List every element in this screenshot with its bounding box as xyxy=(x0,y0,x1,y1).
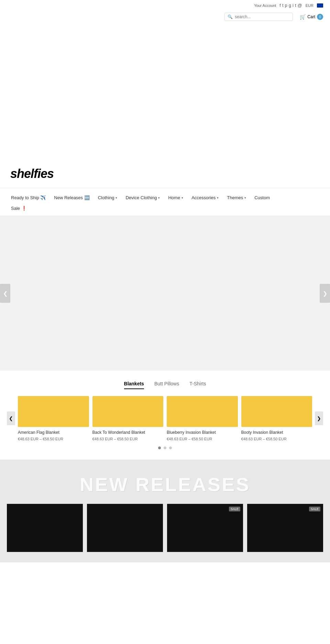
instagram-icon[interactable]: i xyxy=(293,3,294,8)
social-icons: f t p g i t @ xyxy=(279,3,302,8)
dot-1[interactable] xyxy=(164,447,166,449)
nav-label-home: Home xyxy=(168,195,180,200)
dots-row xyxy=(7,447,323,449)
nav-item-home[interactable]: Home ▾ xyxy=(164,192,187,203)
nav-label-themes: Themes xyxy=(227,195,243,200)
dot-2[interactable] xyxy=(169,447,172,449)
chevron-home-icon: ▾ xyxy=(182,196,183,200)
product-thumb-2 xyxy=(167,396,238,427)
nr-card-2[interactable]: SALE xyxy=(167,504,243,552)
nav-item-custom[interactable]: Custom xyxy=(250,192,274,203)
chevron-accessories-icon: ▾ xyxy=(217,196,219,200)
product-row: ❮ American Flag Blanket €48.63 EUR – €58… xyxy=(7,396,323,441)
product-prev-button[interactable]: ❮ xyxy=(7,411,15,425)
product-card-3[interactable]: Booty Invasion Blanket €48.63 EUR – €58.… xyxy=(241,396,312,441)
product-thumb-0 xyxy=(18,396,89,427)
product-next-button[interactable]: ❯ xyxy=(315,411,323,425)
product-thumb-1 xyxy=(92,396,164,427)
nav-item-new-releases[interactable]: New Releases 🆕 xyxy=(50,192,94,203)
new-releases-title: NEW RELEASES xyxy=(7,473,323,496)
googleplus-icon[interactable]: g xyxy=(289,3,291,8)
chevron-clothing-icon: ▾ xyxy=(116,196,117,200)
nav-row-sale: Sale ❗ xyxy=(7,203,323,216)
facebook-icon[interactable]: f xyxy=(279,3,281,8)
product-price-3: €48.63 EUR – €58.50 EUR xyxy=(241,437,312,441)
tabs-header: Blankets Butt Pillows T-Shirts xyxy=(7,381,323,389)
sale-badge-2: SALE xyxy=(229,507,240,511)
sale-badge-3: SALE xyxy=(309,507,320,511)
tab-butt-pillows[interactable]: Butt Pillows xyxy=(154,381,179,389)
nav-label-clothing: Clothing xyxy=(98,195,114,200)
nav-item-clothing[interactable]: Clothing ▾ xyxy=(94,192,122,203)
tab-blankets[interactable]: Blankets xyxy=(124,381,144,389)
product-card-0[interactable]: American Flag Blanket €48.63 EUR – €58.5… xyxy=(18,396,89,441)
nav-label-sale: Sale ❗ xyxy=(11,206,27,211)
nav-item-ready-to-ship[interactable]: Ready to Ship ✈️ xyxy=(7,192,50,203)
nav-label-device-clothing: Device Clothing xyxy=(125,195,157,200)
product-price-1: €48.63 EUR – €58.50 EUR xyxy=(92,437,164,441)
nr-card-1[interactable] xyxy=(87,504,163,552)
cart-area[interactable]: 🛒 Cart 0 xyxy=(300,14,323,20)
top-bar: Your Account f t p g i t @ EUR xyxy=(0,0,330,11)
search-input[interactable] xyxy=(235,14,290,19)
nav-row-main: Ready to Ship ✈️ New Releases 🆕 Clothing… xyxy=(7,188,323,203)
flag-icon xyxy=(317,3,323,8)
nav-item-themes[interactable]: Themes ▾ xyxy=(223,192,250,203)
nr-card-0[interactable] xyxy=(7,504,83,552)
product-name-0: American Flag Blanket xyxy=(18,430,89,436)
search-icon: 🔍 xyxy=(228,14,233,19)
product-thumb-3 xyxy=(241,396,312,427)
nav-item-device-clothing[interactable]: Device Clothing ▾ xyxy=(121,192,164,203)
tumblr-icon[interactable]: t xyxy=(295,3,296,8)
nav-item-accessories[interactable]: Accessories ▾ xyxy=(187,192,223,203)
products-container: American Flag Blanket €48.63 EUR – €58.5… xyxy=(15,396,315,441)
hero-slider: ❮ ❯ xyxy=(0,216,330,371)
cart-icon: 🛒 xyxy=(300,14,306,20)
product-price-2: €48.63 EUR – €58.50 EUR xyxy=(167,437,238,441)
nav-item-sale[interactable]: Sale ❗ xyxy=(7,204,31,212)
search-wrapper: 🔍 xyxy=(224,13,293,21)
twitter-icon[interactable]: t xyxy=(282,3,284,8)
pinterest-icon[interactable]: p xyxy=(285,3,287,8)
chevron-device-clothing-icon: ▾ xyxy=(158,196,160,200)
nav-label-accessories: Accessories xyxy=(191,195,216,200)
site-logo[interactable]: shelfies xyxy=(10,167,54,181)
product-name-1: Back To Wonderland Blanket xyxy=(92,430,164,436)
product-name-3: Booty Invasion Blanket xyxy=(241,430,312,436)
nav-label-ready-to-ship: Ready to Ship ✈️ xyxy=(11,195,46,200)
tab-tshirts[interactable]: T-Shirts xyxy=(189,381,206,389)
currency-display[interactable]: EUR xyxy=(306,3,314,8)
product-card-2[interactable]: Blueberry Invasion Blanket €48.63 EUR – … xyxy=(167,396,238,441)
new-releases-grid: SALE SALE xyxy=(7,504,323,552)
product-price-0: €48.63 EUR – €58.50 EUR xyxy=(18,437,89,441)
new-releases-section: NEW RELEASES SALE SALE xyxy=(0,460,330,562)
cart-label: Cart xyxy=(307,14,315,19)
chevron-themes-icon: ▾ xyxy=(244,196,246,200)
hero-area: shelfies xyxy=(0,23,330,188)
slider-prev-button[interactable]: ❮ xyxy=(0,284,10,303)
email-icon[interactable]: @ xyxy=(298,3,302,8)
cart-count: 0 xyxy=(317,14,323,20)
product-card-1[interactable]: Back To Wonderland Blanket €48.63 EUR – … xyxy=(92,396,164,441)
product-name-2: Blueberry Invasion Blanket xyxy=(167,430,238,436)
main-nav: Ready to Ship ✈️ New Releases 🆕 Clothing… xyxy=(0,188,330,216)
search-cart-bar: 🔍 🛒 Cart 0 xyxy=(0,11,330,23)
product-tabs-section: Blankets Butt Pillows T-Shirts ❮ America… xyxy=(0,371,330,460)
account-link[interactable]: Your Account xyxy=(254,3,276,8)
nr-card-3[interactable]: SALE xyxy=(247,504,323,552)
nav-label-new-releases: New Releases 🆕 xyxy=(54,195,89,200)
slider-next-button[interactable]: ❯ xyxy=(320,284,330,303)
dot-0[interactable] xyxy=(158,447,161,449)
nav-label-custom: Custom xyxy=(254,195,270,200)
